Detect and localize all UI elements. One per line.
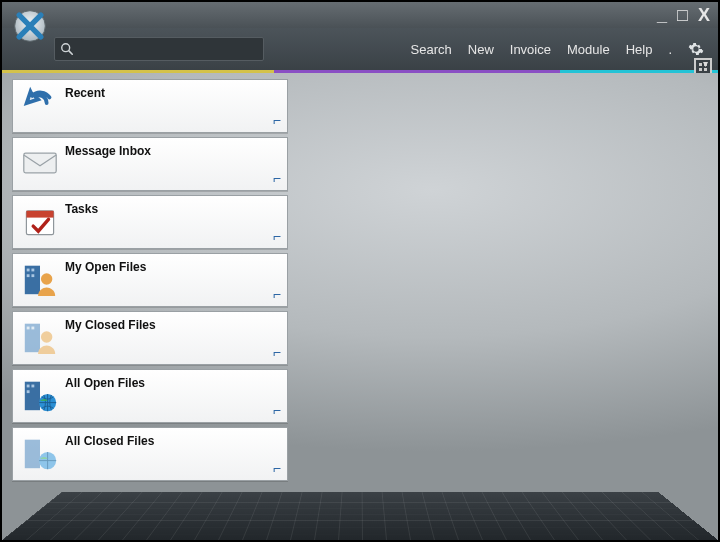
calendar-check-icon — [19, 200, 61, 242]
menu-new[interactable]: New — [468, 42, 494, 57]
app-logo-icon — [12, 8, 48, 44]
svg-rect-3 — [24, 153, 56, 173]
card-label: All Closed Files — [65, 434, 154, 448]
expand-corner-icon[interactable]: ⌐ — [273, 402, 281, 418]
svg-rect-8 — [31, 269, 34, 272]
expand-corner-icon[interactable]: ⌐ — [273, 170, 281, 186]
svg-point-11 — [41, 273, 52, 284]
app-window: _ □ X Search New Invoice Module Help . ▾ — [0, 0, 720, 542]
building-user-icon — [19, 258, 61, 300]
floor-grid — [2, 492, 718, 540]
menu-separator: . — [668, 42, 672, 57]
building-globe-faded-icon — [19, 432, 61, 474]
svg-rect-7 — [27, 269, 30, 272]
undo-arrow-icon — [19, 84, 61, 126]
expand-corner-icon[interactable]: ⌐ — [273, 286, 281, 302]
expand-corner-icon[interactable]: ⌐ — [273, 228, 281, 244]
card-all-open-files[interactable]: All Open Files ⌐ — [12, 369, 288, 423]
card-my-open-files[interactable]: My Open Files ⌐ — [12, 253, 288, 307]
titlebar: _ □ X — [2, 2, 718, 28]
svg-rect-19 — [27, 390, 30, 393]
svg-rect-17 — [27, 385, 30, 388]
card-tasks[interactable]: Tasks ⌐ — [12, 195, 288, 249]
menu-help[interactable]: Help — [626, 42, 653, 57]
building-globe-icon — [19, 374, 61, 416]
card-label: Recent — [65, 86, 105, 100]
svg-rect-13 — [27, 327, 30, 330]
search-input[interactable] — [79, 42, 263, 56]
svg-rect-18 — [31, 385, 34, 388]
card-recent[interactable]: Recent ⌐ — [12, 79, 288, 133]
svg-line-2 — [69, 51, 72, 54]
card-message-inbox[interactable]: Message Inbox ⌐ — [12, 137, 288, 191]
minimize-button[interactable]: _ — [657, 6, 667, 24]
card-label: My Open Files — [65, 260, 146, 274]
card-label: Tasks — [65, 202, 98, 216]
card-label: Message Inbox — [65, 144, 151, 158]
svg-rect-14 — [31, 327, 34, 330]
panel-dropdown-caret-icon[interactable]: ▾ — [703, 58, 708, 69]
main-menu: Search New Invoice Module Help . — [411, 41, 704, 57]
card-all-closed-files[interactable]: All Closed Files ⌐ — [12, 427, 288, 481]
card-label: All Open Files — [65, 376, 145, 390]
search-icon — [55, 42, 79, 56]
svg-rect-21 — [25, 440, 40, 469]
close-button[interactable]: X — [698, 6, 710, 24]
expand-corner-icon[interactable]: ⌐ — [273, 344, 281, 360]
svg-rect-9 — [27, 274, 30, 277]
svg-rect-10 — [31, 274, 34, 277]
content-area: Recent ⌐ Message Inbox ⌐ Tasks ⌐ — [2, 73, 718, 540]
expand-corner-icon[interactable]: ⌐ — [273, 112, 281, 128]
dashboard-list: Recent ⌐ Message Inbox ⌐ Tasks ⌐ — [12, 79, 288, 481]
search-box[interactable] — [54, 37, 264, 61]
building-user-faded-icon — [19, 316, 61, 358]
settings-gear-icon[interactable] — [688, 41, 704, 57]
menu-search[interactable]: Search — [411, 42, 452, 57]
maximize-button[interactable]: □ — [677, 6, 688, 24]
card-label: My Closed Files — [65, 318, 156, 332]
envelope-icon — [19, 142, 61, 184]
card-my-closed-files[interactable]: My Closed Files ⌐ — [12, 311, 288, 365]
menu-module[interactable]: Module — [567, 42, 610, 57]
expand-corner-icon[interactable]: ⌐ — [273, 460, 281, 476]
svg-point-15 — [41, 331, 52, 342]
menu-invoice[interactable]: Invoice — [510, 42, 551, 57]
toolbar: Search New Invoice Module Help . — [2, 28, 718, 70]
svg-rect-5 — [26, 211, 53, 218]
